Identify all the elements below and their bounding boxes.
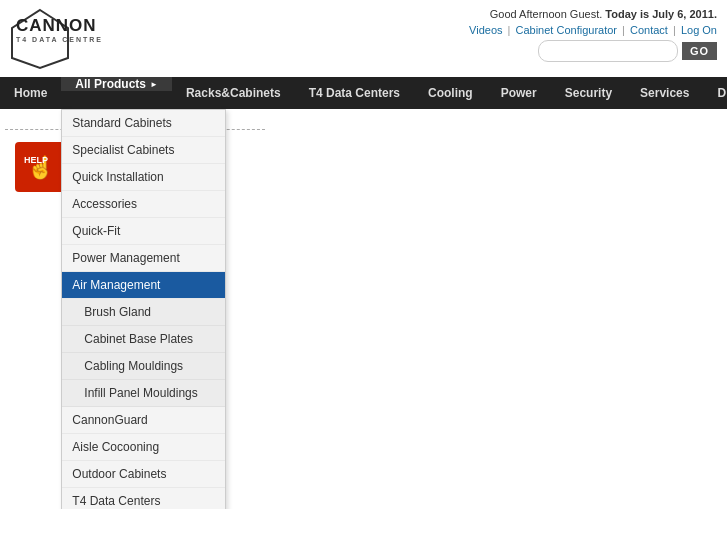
contact-link[interactable]: Contact	[630, 24, 668, 36]
all-products-dropdown: Standard Cabinets Specialist Cabinets Qu…	[61, 109, 226, 509]
dropdown-outdoor-cabinets[interactable]: Outdoor Cabinets	[62, 461, 225, 488]
dropdown-aisle-cocooning[interactable]: Aisle Cocooning	[62, 434, 225, 461]
dropdown-accessories[interactable]: Accessories	[62, 191, 225, 218]
nav-racks-cabinets[interactable]: Racks&Cabinets	[172, 77, 295, 109]
search-input[interactable]	[538, 40, 678, 62]
svg-text:HELP: HELP	[24, 155, 48, 165]
nav-services[interactable]: Services	[626, 77, 703, 109]
dropdown-t4-data-centers[interactable]: T4 Data Centers	[62, 488, 225, 509]
dropdown-power-management[interactable]: Power Management	[62, 245, 225, 272]
dropdown-cabinet-base-plates[interactable]: Cabinet Base Plates	[62, 326, 225, 353]
dropdown-infill-panel[interactable]: Infill Panel Mouldings	[62, 380, 225, 407]
nav-power[interactable]: Power	[487, 77, 551, 109]
logo-cannon: CANNON	[16, 16, 103, 36]
top-links: Videos | Cabinet Configurator | Contact …	[469, 24, 717, 36]
nav-home[interactable]: Home	[0, 77, 61, 109]
logon-link[interactable]: Log On	[681, 24, 717, 36]
all-products-arrow: ►	[150, 80, 158, 89]
dropdown-cannonguard[interactable]: CannonGuard	[62, 407, 225, 434]
logo-t4: T4 DATA CENTRE	[16, 36, 103, 43]
nav-t4-data-centers[interactable]: T4 Data Centers	[295, 77, 414, 109]
dropdown-quick-installation[interactable]: Quick Installation	[62, 164, 225, 191]
dropdown-brush-gland[interactable]: Brush Gland	[62, 299, 225, 326]
dropdown-air-management[interactable]: Air Management	[62, 272, 225, 299]
cabinet-configurator-link[interactable]: Cabinet Configurator	[516, 24, 618, 36]
nav-security[interactable]: Security	[551, 77, 626, 109]
dropdown-standard-cabinets[interactable]: Standard Cabinets	[62, 110, 225, 137]
search-button[interactable]: GO	[682, 42, 717, 60]
dropdown-cabling-mouldings[interactable]: Cabling Mouldings	[62, 353, 225, 380]
nav-all-products[interactable]: All Products ►	[61, 77, 172, 91]
nav-bar: Home All Products ► Standard Cabinets Sp…	[0, 77, 727, 109]
greeting-text: Good Afternoon Guest. Today is July 6, 2…	[469, 8, 717, 20]
nav-distributors[interactable]: Distributors	[703, 77, 727, 109]
dropdown-quick-fit[interactable]: Quick-Fit	[62, 218, 225, 245]
nav-cooling[interactable]: Cooling	[414, 77, 487, 109]
logo: CANNON T4 DATA CENTRE	[10, 8, 120, 73]
videos-link[interactable]: Videos	[469, 24, 502, 36]
help-icon[interactable]: ☝ HELP	[15, 142, 65, 192]
dropdown-specialist-cabinets[interactable]: Specialist Cabinets	[62, 137, 225, 164]
